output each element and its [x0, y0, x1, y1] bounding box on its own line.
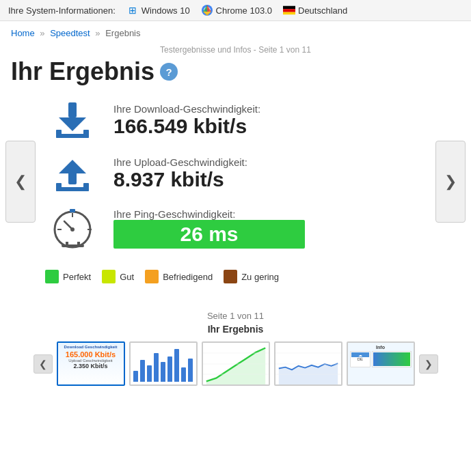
- legend-item-perfekt: Perfekt: [45, 270, 91, 283]
- download-text: Ihre Download-Geschwindigkeit: 166.549 k…: [113, 103, 426, 138]
- page-title-row: Ihr Ergebnis ?: [11, 57, 460, 86]
- thumb-nav-left[interactable]: ❮: [33, 354, 53, 374]
- ping-row: Ihre Ping-Geschwindigkeit: 26 ms: [45, 206, 426, 251]
- svg-rect-14: [56, 183, 62, 191]
- download-row: Ihre Download-Geschwindigkeit: 166.549 k…: [45, 100, 426, 141]
- bar-4: [154, 353, 159, 382]
- legend-box-gut: [102, 270, 116, 283]
- legend-box-perfekt: [45, 270, 59, 283]
- legend-item-gut: Gut: [102, 270, 134, 283]
- svg-rect-25: [70, 209, 75, 212]
- os-item: ⊞ Windows 10: [126, 4, 190, 16]
- svg-rect-5: [283, 12, 295, 15]
- bar-3: [147, 365, 152, 382]
- upload-row: Ihre Upload-Geschwindigkeit: 8.937 kbit/…: [45, 153, 426, 194]
- download-icon: [45, 100, 100, 141]
- legend-label-befriedigend: Befriedigend: [163, 272, 213, 282]
- breadcrumb-sep2: »: [95, 28, 100, 38]
- svg-marker-11: [59, 160, 86, 173]
- breadcrumb: Home » Speedtest » Ergebnis: [0, 21, 471, 45]
- thumbnail-4[interactable]: [274, 341, 342, 386]
- thumb1-content: Download Geschwindigkeit 165.000 Kbit/s …: [58, 343, 124, 384]
- thumb4-line: [275, 343, 341, 384]
- svg-rect-3: [283, 6, 295, 10]
- page-info: Testergebnisse und Infos - Seite 1 von 1…: [11, 45, 460, 55]
- legend-item-zugering: Zu gering: [224, 270, 279, 283]
- nav-arrow-right[interactable]: ❯: [435, 141, 466, 223]
- bottom-title: Ihr Ergebnis: [11, 324, 460, 335]
- os-label: Windows 10: [142, 5, 190, 16]
- upload-icon: [45, 153, 100, 194]
- legend: Perfekt Gut Befriedigend Zu gering: [11, 270, 460, 283]
- thumbnail-3[interactable]: [202, 341, 270, 386]
- bar-9: [188, 359, 193, 382]
- download-label: Ihre Download-Geschwindigkeit:: [113, 103, 426, 115]
- legend-label-perfekt: Perfekt: [63, 272, 91, 282]
- flag-icon: [283, 4, 295, 16]
- thumb-nav-right[interactable]: ❯: [419, 354, 438, 374]
- ping-value: 26 ms: [113, 220, 305, 249]
- thumb5-content: Info ☁ DE: [348, 343, 414, 384]
- browser-label: Chrome 103.0: [216, 5, 272, 16]
- thumb2-bars: [131, 343, 196, 384]
- thumbnail-5[interactable]: Info ☁ DE: [347, 341, 415, 386]
- breadcrumb-home[interactable]: Home: [11, 28, 35, 38]
- bar-5: [161, 362, 165, 382]
- ping-text: Ihre Ping-Geschwindigkeit: 26 ms: [113, 208, 426, 249]
- legend-label-gut: Gut: [120, 272, 134, 282]
- results-area: ❮ Ih: [11, 100, 460, 263]
- thumbnail-1[interactable]: Download Geschwindigkeit 165.000 Kbit/s …: [57, 341, 125, 386]
- breadcrumb-current: Ergebnis: [105, 28, 140, 38]
- bottom-page-info: Seite 1 von 11: [11, 311, 460, 321]
- system-bar-label: Ihre System-Informationen:: [8, 5, 116, 16]
- legend-label-zugering: Zu gering: [241, 272, 279, 282]
- ping-label: Ihre Ping-Geschwindigkeit:: [113, 208, 426, 220]
- country-item: Deutschland: [283, 4, 347, 16]
- svg-rect-22: [62, 244, 84, 247]
- bar-2: [140, 360, 145, 382]
- browser-item: Chrome 103.0: [201, 4, 272, 16]
- svg-rect-23: [66, 242, 68, 246]
- upload-value: 8.937 kbit/s: [113, 168, 426, 191]
- main-content: Testergebnisse und Infos - Seite 1 von 1…: [0, 45, 471, 386]
- svg-rect-15: [83, 183, 89, 191]
- help-icon[interactable]: ?: [160, 63, 178, 81]
- svg-rect-9: [56, 130, 62, 138]
- bar-6: [167, 356, 172, 382]
- download-value: 166.549 kbit/s: [113, 115, 426, 138]
- nav-arrow-left[interactable]: ❮: [5, 141, 36, 223]
- svg-marker-7: [59, 117, 86, 131]
- svg-point-21: [70, 227, 75, 232]
- chrome-icon: [201, 4, 213, 16]
- bar-1: [133, 371, 138, 382]
- legend-box-befriedigend: [145, 270, 159, 283]
- legend-item-befriedigend: Befriedigend: [145, 270, 213, 283]
- ping-icon: [45, 206, 100, 251]
- svg-rect-6: [68, 102, 77, 117]
- bar-7: [174, 349, 179, 382]
- windows-icon: ⊞: [126, 4, 139, 16]
- breadcrumb-speedtest[interactable]: Speedtest: [50, 28, 90, 38]
- svg-rect-10: [83, 130, 89, 138]
- results-inner: Ihre Download-Geschwindigkeit: 166.549 k…: [11, 100, 460, 263]
- svg-rect-24: [77, 242, 80, 246]
- country-label: Deutschland: [298, 5, 347, 16]
- thumb3-line: [203, 343, 269, 384]
- bottom-section: Seite 1 von 11 Ihr Ergebnis ❮ Download G…: [11, 311, 460, 386]
- svg-rect-4: [283, 9, 295, 12]
- upload-label: Ihre Upload-Geschwindigkeit:: [113, 156, 426, 168]
- breadcrumb-sep1: »: [40, 28, 44, 38]
- thumbnails-row: ❮ Download Geschwindigkeit 165.000 Kbit/…: [11, 341, 460, 386]
- thumbnail-2[interactable]: [129, 341, 198, 386]
- bar-8: [181, 367, 186, 382]
- system-bar: Ihre System-Informationen: ⊞ Windows 10 …: [0, 0, 471, 21]
- svg-rect-12: [68, 172, 77, 184]
- upload-text: Ihre Upload-Geschwindigkeit: 8.937 kbit/…: [113, 156, 426, 191]
- legend-box-zugering: [224, 270, 237, 283]
- page-title: Ihr Ergebnis: [11, 57, 154, 86]
